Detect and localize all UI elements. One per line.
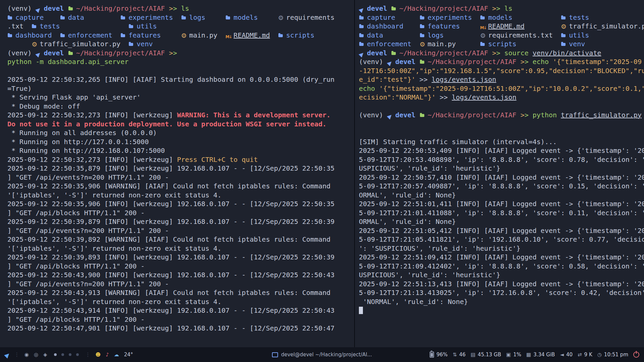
separator: ⋮ [86, 352, 91, 358]
terminal-line: 2025-09-12 22:50:35,906 [INFO] [werkzeug… [7, 199, 354, 208]
terminal-line: [SIM] Starting traffic simulator (interv… [359, 137, 644, 146]
terminal-line [359, 120, 644, 129]
terminal-line: devel ~/Hacking/project/AIAF >> ls [359, 4, 644, 13]
text-segment [553, 31, 561, 39]
text-segment: '['iptables', '-S']' returned non-zero e… [7, 191, 221, 199]
terminal-line: ] "GET /api/events?n=200 HTTP/1.1" 200 - [7, 173, 354, 182]
folder-icon [391, 5, 399, 12]
text-segment: (venv) [7, 49, 36, 57]
text-segment: > [496, 49, 504, 57]
text-segment [412, 40, 420, 48]
text-segment: * Running on http://192.168.0.107:5000 [7, 146, 165, 155]
text-segment: 2025-09-12 22:50:35,879 [INFO] [werkzeug… [7, 164, 334, 172]
weather-cloud-icon[interactable]: ☁ [114, 352, 119, 358]
distro-logo-icon [387, 58, 395, 65]
terminal-line: '['iptables', '-S']' returned non-zero e… [7, 297, 354, 306]
terminal-line: USPICIOUS', 'rule_id': 'heuristic'} [359, 164, 644, 173]
disk-module[interactable]: ▤45.13 GB [471, 352, 501, 358]
clock-value: 10:51 pm [604, 352, 628, 358]
text-segment: models [488, 13, 512, 21]
terminal-line: 2025-09-12 22:51:05,412 [INFO] [AIAF] Lo… [359, 226, 644, 235]
text-segment: 2025-09-12 22:50:39,892 [WARNING] [AIAF]… [7, 235, 330, 243]
text-segment: '['iptables', '-S']' returned non-zero e… [7, 244, 221, 252]
music-icon[interactable]: ♪ [106, 352, 109, 358]
text-segment: ~/Hacking/project/AIAF [76, 49, 169, 57]
text-segment: e_id":"test"}' [359, 75, 416, 83]
battery-value: 96% [436, 352, 447, 358]
text-segment: echo [359, 84, 379, 93]
text-segment: traffic_simulator.py [569, 22, 644, 30]
focused-window-title-button[interactable]: devel@devel ~/Hacking/project/AI... [272, 352, 372, 358]
text-segment: README.md [233, 31, 270, 39]
text-segment: logs/events.json [432, 75, 496, 83]
folder-icon [420, 32, 428, 39]
text-segment: dashboard [367, 22, 403, 30]
battery-icon [430, 352, 434, 358]
cpu-icon: ▣ [506, 352, 511, 358]
text-segment: requirements.txt [488, 31, 553, 39]
text-segment: experiments [428, 13, 472, 21]
memory-module[interactable]: ▦3.34 GiB [526, 352, 555, 358]
cpu-module[interactable]: ▣1% [506, 352, 521, 358]
text-segment: 2025-09-12 22:50:35,906 [WARNING] [AIAF]… [7, 182, 330, 190]
text-segment: ~/Hacking/project/AIAF [399, 4, 492, 12]
power-icon[interactable] [633, 352, 639, 358]
text-segment: (venv) [359, 58, 387, 66]
terminal-line: ] "GET /api/blocks HTTP/1.1" 200 - [7, 315, 354, 324]
terminal-line: capture experiments models tests [359, 13, 644, 22]
terminal-line [359, 102, 644, 111]
text-segment: ] "GET /api/blocks HTTP/1.1" 200 - [7, 315, 145, 323]
terminal-right-pane[interactable]: devel ~/Hacking/project/AIAF >> lscaptur… [355, 0, 644, 347]
workspace-dot-1[interactable] [54, 353, 57, 356]
network-module[interactable]: ⇄9 K [578, 352, 592, 358]
text-segment: venv [137, 40, 153, 48]
workspace-dot-2[interactable] [61, 353, 64, 356]
taskbar-app-icon-2[interactable]: ◎ [34, 352, 38, 358]
text-segment: * Serving Flask app 'api_server' [7, 93, 141, 101]
text-segment [7, 40, 32, 48]
terminal-line: (venv) devel ~/Hacking/project/AIAF >> [7, 49, 354, 58]
text-segment: scripts [488, 40, 516, 48]
terminal-line: 2025-09-12 22:50:57,410 [INFO] [AIAF] Lo… [359, 173, 644, 182]
text-segment: >> [436, 93, 452, 101]
power-module[interactable] [633, 352, 639, 358]
distro-logo-icon [387, 112, 395, 118]
text-segment: 2025-09-12 22:50:43,914 [INFO] [werkzeug… [7, 306, 334, 314]
text-segment: 2025-09-12 22:50:43,900 [INFO] [werkzeug… [7, 271, 334, 279]
taskbar-app-icon-1[interactable]: ◉ [24, 352, 29, 358]
text-segment: ~/Hacking/project/AIAF [76, 4, 169, 12]
text-segment [161, 31, 181, 39]
distro-logo-icon [36, 5, 44, 12]
clock-module[interactable]: ◷10:51 pm [597, 352, 628, 358]
launcher-icon[interactable]: ▶ [3, 351, 11, 359]
text-segment: ls [504, 4, 513, 12]
terminal-cursor [359, 307, 363, 314]
terminal-left-pane[interactable]: (venv) devel ~/Hacking/project/AIAF >> l… [0, 0, 354, 347]
workspace-dot-3[interactable] [69, 353, 71, 356]
text-segment: echo [533, 58, 553, 66]
workspace-dot-4[interactable] [76, 353, 79, 356]
folder-icon [278, 32, 286, 39]
emoji-icon[interactable]: ☻ [96, 352, 101, 358]
text-segment: 5-09-12T17:20:57.409887', 'ip': '8.8.8.8… [359, 182, 644, 190]
taskbar-app-icon-3[interactable]: ◈ [43, 352, 47, 358]
terminal-line: ORMAL', 'rule_id': None} [359, 191, 644, 200]
text-segment [84, 13, 120, 21]
text-segment: 2025-09-12 22:50:35,906 [INFO] [werkzeug… [7, 200, 334, 208]
terminal-line: 2025-09-12 22:50:35,879 [INFO] [werkzeug… [7, 164, 354, 173]
terminal-line: dashboard features README.md traffic_sim… [359, 22, 644, 31]
folder-icon [420, 23, 428, 29]
text-segment: 2025-09-12 22:51:13,413 [INFO] [AIAF] Lo… [359, 280, 644, 288]
volume-module[interactable]: ◄40 [560, 352, 573, 358]
text-segment: > [173, 4, 181, 12]
folder-icon [480, 14, 488, 21]
text-segment: [SIM] Starting traffic simulator (interv… [359, 138, 557, 146]
text-segment: -12T16:50:00Z","ip":"192.168.1.5","score… [359, 67, 644, 75]
battery-module[interactable]: 96% [430, 352, 447, 358]
text-segment: ] "GET /api/events?n=200 HTTP/1.1" 200 - [7, 227, 169, 235]
text-segment: enforcement [367, 40, 411, 48]
text-segment: python -m dashboard.api_server [7, 58, 128, 66]
terminal-line: ': 'SUSPICIOUS', 'rule_id': 'heuristic'} [359, 244, 644, 253]
updates-module[interactable]: ⇅46 [452, 352, 466, 358]
text-segment: '{"timestamp":"2025-09-12T16:51:00Z","ip… [379, 84, 644, 93]
